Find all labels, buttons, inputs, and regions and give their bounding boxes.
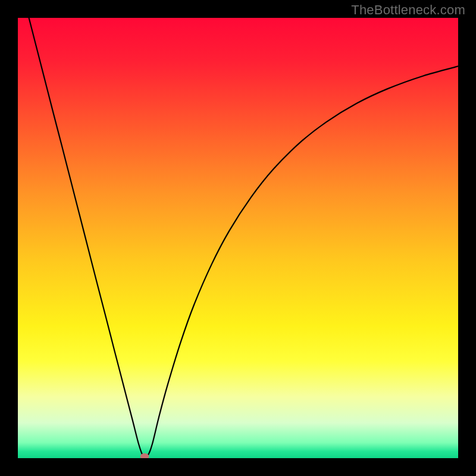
watermark-text: TheBottleneck.com — [351, 2, 465, 18]
gradient-background — [18, 18, 458, 458]
chart-frame: TheBottleneck.com — [0, 0, 476, 476]
chart-svg — [18, 18, 458, 458]
plot-area — [18, 18, 458, 458]
